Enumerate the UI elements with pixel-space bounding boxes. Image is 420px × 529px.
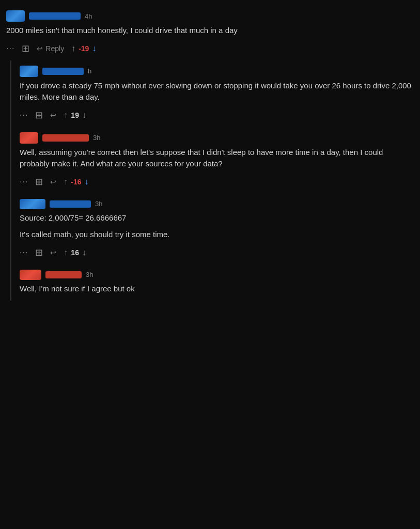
avatar-4 <box>20 199 45 209</box>
downvote-4[interactable]: ↓ <box>82 248 86 257</box>
upvote-4[interactable]: ↑ <box>64 248 68 257</box>
avatar-1 <box>6 10 25 22</box>
reply-button-1[interactable]: ↩ Reply <box>37 44 64 53</box>
vote-area-4: ↑ 16 ↓ <box>64 248 86 257</box>
vote-count-4: 16 <box>71 248 79 257</box>
gift-icon-3[interactable]: ⊞ <box>35 176 43 188</box>
username-blur-4 <box>50 200 91 208</box>
comment-actions-4: ··· ⊞ ↩ ↑ 16 ↓ <box>20 245 414 262</box>
comment-header-5: 3h <box>20 270 414 280</box>
timestamp-5: 3h <box>86 271 93 278</box>
comment-header-4: 3h <box>20 199 414 209</box>
downvote-1[interactable]: ↓ <box>92 44 96 53</box>
comment-actions-2: ··· ⊞ ↩ ↑ 19 ↓ <box>20 107 414 125</box>
reply-icon-1: ↩ <box>37 44 43 53</box>
vote-area-3: ↑ -16 ↓ <box>64 177 88 186</box>
timestamp-4: 3h <box>95 200 102 208</box>
reply-label-1: Reply <box>45 44 64 53</box>
comment-actions-1: ··· ⊞ ↩ Reply ↑ -19 ↓ <box>6 41 414 58</box>
comment-body-2: If you drove a steady 75 mph without eve… <box>20 80 414 103</box>
timestamp-2: h <box>88 67 91 75</box>
upvote-1[interactable]: ↑ <box>71 44 75 53</box>
comment-1: 4h 2000 miles isn't that much honestly, … <box>0 5 420 60</box>
comment-actions-3: ··· ⊞ ↩ ↑ -16 ↓ <box>20 174 414 192</box>
comment-header-2: h <box>20 66 414 77</box>
comment-header-1: 4h <box>6 10 414 22</box>
comment-source-4: Source: 2,000/75= 26.6666667 It's called… <box>20 212 414 241</box>
vote-area-2: ↑ 19 ↓ <box>64 111 86 120</box>
comment-5: 3h Well, I'm not sure if I agree but ok <box>13 264 420 301</box>
avatar-2 <box>20 66 38 77</box>
username-blur-5 <box>45 271 82 278</box>
vote-count-2: 19 <box>71 111 79 119</box>
vote-count-1: -19 <box>79 44 89 53</box>
reply-thread: h If you drove a steady 75 mph without e… <box>10 60 420 301</box>
downvote-3[interactable]: ↓ <box>85 177 89 186</box>
username-blur-2 <box>42 68 84 75</box>
comment-body-text-4: It's called math, you should try it some… <box>20 229 414 241</box>
vote-area-1: ↑ -19 ↓ <box>71 44 96 53</box>
username-blur-3 <box>42 134 89 142</box>
more-options-1[interactable]: ··· <box>6 44 14 53</box>
more-options-3[interactable]: ··· <box>20 177 28 186</box>
more-options-2[interactable]: ··· <box>20 111 28 120</box>
avatar-3 <box>20 132 38 144</box>
more-options-4[interactable]: ··· <box>20 248 28 257</box>
comment-4: 3h Source: 2,000/75= 26.6666667 It's cal… <box>13 194 420 264</box>
gift-icon-1[interactable]: ⊞ <box>22 43 29 54</box>
comment-body-3: Well, assuming you're correct then let's… <box>20 147 414 170</box>
reply-icon-2: ↩ <box>50 111 56 119</box>
reply-button-2[interactable]: ↩ <box>50 111 56 119</box>
gift-icon-4[interactable]: ⊞ <box>35 247 43 258</box>
reply-icon-3: ↩ <box>50 178 56 186</box>
reply-button-3[interactable]: ↩ <box>50 178 56 186</box>
reply-icon-4: ↩ <box>50 248 56 257</box>
upvote-3[interactable]: ↑ <box>64 177 68 186</box>
reply-button-4[interactable]: ↩ <box>50 248 56 257</box>
avatar-5 <box>20 270 41 280</box>
timestamp-1: 4h <box>85 12 92 20</box>
comment-body-5: Well, I'm not sure if I agree but ok <box>20 283 414 295</box>
gift-icon-2[interactable]: ⊞ <box>35 110 43 121</box>
comment-3: 3h Well, assuming you're correct then le… <box>13 127 420 194</box>
username-blur-1 <box>29 12 81 20</box>
comment-2: h If you drove a steady 75 mph without e… <box>13 60 420 127</box>
comment-header-3: 3h <box>20 132 414 144</box>
downvote-2[interactable]: ↓ <box>82 111 86 120</box>
timestamp-3: 3h <box>93 134 100 142</box>
vote-count-3: -16 <box>71 178 81 186</box>
source-line-4: Source: 2,000/75= 26.6666667 <box>20 212 414 224</box>
upvote-2[interactable]: ↑ <box>64 111 68 120</box>
comment-body-1: 2000 miles isn't that much honestly, I c… <box>6 25 414 37</box>
